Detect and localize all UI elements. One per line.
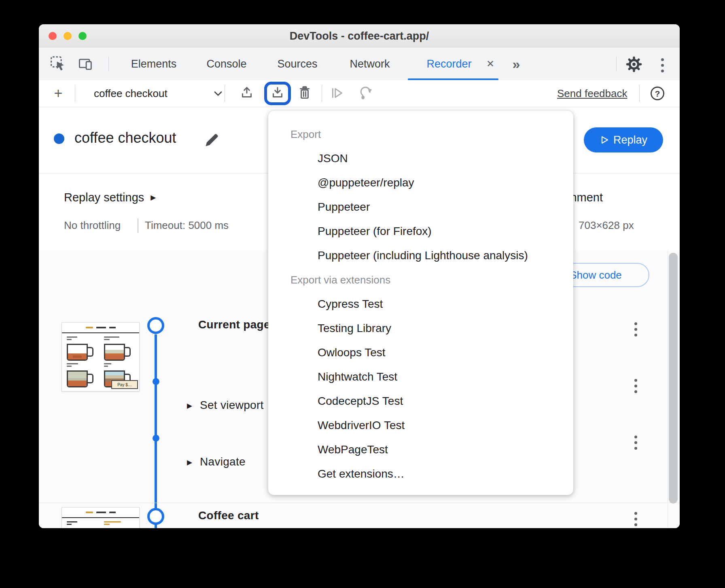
export-menu-section-header: Export via extensions — [268, 268, 573, 292]
delete-recording-icon[interactable] — [296, 80, 314, 107]
toolbar-divider — [322, 85, 322, 102]
chevron-down-icon — [214, 91, 223, 97]
page-thumbnail — [61, 507, 140, 528]
replay-settings-label: Replay settings — [64, 191, 144, 204]
export-menu-section-header: Export — [268, 122, 573, 146]
thumbnail-coffee-cup — [67, 344, 88, 361]
recording-title: coffee checkout — [74, 129, 176, 146]
step-options-kebab-icon[interactable] — [634, 379, 637, 393]
toolbar-divider — [639, 85, 640, 102]
thumbnail-coffee-cup — [67, 370, 88, 387]
tab-recorder[interactable]: Recorder — [419, 48, 479, 80]
menu-item-get-extensions[interactable]: Get extensions… — [268, 462, 573, 486]
settings-divider — [138, 218, 138, 233]
thumbnail-nav-item — [109, 327, 116, 328]
devtools-window: DevTools - coffee-cart.app/ Elements Con… — [39, 24, 680, 528]
scrollbar-track-border — [668, 250, 668, 528]
tab-network[interactable]: Network — [346, 48, 393, 80]
menu-item-puppeteer[interactable]: Puppeteer — [268, 195, 573, 219]
thumbnail-nav-item — [96, 512, 106, 513]
step-row-set-viewport[interactable]: Set viewport — [200, 399, 264, 412]
thumbnail-pay-button: Pay $… — [111, 380, 138, 389]
thumbnail-coffee-cup — [104, 344, 125, 361]
replay-button[interactable]: Replay — [584, 127, 663, 152]
devtools-menu-kebab-icon[interactable] — [661, 58, 664, 72]
menu-item-cypress[interactable]: Cypress Test — [268, 292, 573, 316]
menu-item-webpagetest[interactable]: WebPageTest — [268, 438, 573, 462]
devtools-tabbar: Elements Console Sources Network Recorde… — [39, 48, 680, 80]
menu-item-puppeteer-lighthouse[interactable]: Puppeteer (including Lighthouse analysis… — [268, 243, 573, 268]
step-row-coffee-cart[interactable]: Coffee cart — [198, 509, 259, 522]
caret-right-icon: ▶ — [151, 193, 156, 202]
export-recording-icon[interactable] — [269, 80, 286, 107]
edit-title-pencil-icon[interactable] — [204, 132, 220, 148]
recorder-toolbar: + coffee checkout — [39, 80, 680, 107]
tab-console[interactable]: Console — [204, 48, 249, 80]
toolbar-divider — [75, 85, 75, 102]
thumbnail-cup-handle — [87, 347, 93, 357]
thumbnail-cup-handle — [124, 347, 131, 357]
timeline-group-node[interactable] — [147, 508, 164, 525]
add-recording-button[interactable]: + — [49, 80, 67, 107]
menu-item-webdriverio[interactable]: WebdriverIO Test — [268, 413, 573, 438]
timeline-step-node[interactable] — [153, 378, 159, 385]
viewport-size-value: 703×628 px — [579, 219, 634, 232]
step-row-current-page[interactable]: Current page — [198, 318, 270, 331]
menu-item-nightwatch[interactable]: Nightwatch Test — [268, 365, 573, 389]
export-menu: Export JSON @puppeteer/replay Puppeteer … — [268, 111, 573, 495]
step-options-kebab-icon[interactable] — [634, 322, 637, 336]
step-options-kebab-icon[interactable] — [634, 436, 637, 450]
thumbnail-label — [67, 363, 79, 368]
window-title: DevTools - coffee-cart.app/ — [39, 30, 680, 42]
menu-item-puppeteer-replay[interactable]: @puppeteer/replay — [268, 171, 573, 195]
replay-settings-toggle[interactable]: Replay settings ▶ — [64, 191, 156, 204]
more-tabs-icon[interactable]: » — [505, 48, 528, 80]
tab-elements[interactable]: Elements — [127, 48, 180, 80]
titlebar: DevTools - coffee-cart.app/ — [39, 24, 680, 48]
thumbnail-cup-handle — [87, 374, 93, 383]
resume-replay-icon[interactable] — [357, 80, 375, 107]
thumbnail-label — [104, 363, 116, 368]
settings-gear-icon[interactable] — [625, 56, 642, 73]
help-icon[interactable]: ? — [648, 80, 667, 107]
thumbnail-label — [104, 521, 122, 526]
scrollbar-thumb[interactable] — [669, 253, 678, 503]
step-options-kebab-icon[interactable] — [634, 512, 637, 526]
caret-right-icon[interactable]: ▶ — [187, 458, 192, 467]
menu-item-codeceptjs[interactable]: CodeceptJS Test — [268, 389, 573, 413]
replay-play-icon — [600, 135, 609, 145]
recording-select[interactable]: coffee checkout — [79, 80, 233, 107]
close-recorder-tab-icon[interactable]: ✕ — [482, 48, 498, 80]
toolbar-divider — [108, 57, 109, 71]
thumbnail-nav-item — [109, 512, 116, 513]
thumbnail-navbar — [62, 508, 139, 518]
step-row-navigate[interactable]: Navigate — [200, 455, 246, 468]
thumbnail-navbar — [62, 323, 139, 333]
tab-sources[interactable]: Sources — [274, 48, 320, 80]
timeline-group-node[interactable] — [147, 317, 164, 334]
svg-text:?: ? — [655, 89, 660, 98]
replay-step-icon[interactable] — [328, 80, 346, 107]
group-divider — [39, 503, 680, 503]
toolbar-divider — [616, 57, 617, 71]
thumbnail-label — [104, 336, 120, 341]
timeout-value: Timeout: 5000 ms — [145, 219, 229, 232]
recording-select-value: coffee checkout — [94, 87, 167, 100]
replay-button-label: Replay — [613, 134, 647, 146]
thumbnail-label — [67, 521, 79, 526]
page-thumbnail: Pay $… — [61, 322, 140, 391]
inspect-element-icon[interactable] — [49, 55, 66, 72]
caret-right-icon[interactable]: ▶ — [187, 402, 192, 410]
toggle-device-toolbar-icon[interactable] — [78, 56, 94, 72]
menu-item-owloops[interactable]: Owloops Test — [268, 341, 573, 365]
send-feedback-link[interactable]: Send feedback — [557, 80, 627, 107]
thumbnail-nav-item — [86, 512, 93, 513]
menu-item-testing-library[interactable]: Testing Library — [268, 316, 573, 341]
menu-item-puppeteer-firefox[interactable]: Puppeteer (for Firefox) — [268, 219, 573, 243]
recording-status-dot — [54, 133, 64, 144]
timeline-step-node[interactable] — [153, 435, 159, 442]
timeline-line — [155, 334, 157, 528]
import-recording-icon[interactable] — [238, 80, 256, 107]
menu-item-json[interactable]: JSON — [268, 146, 573, 171]
toolbar-divider — [225, 85, 225, 102]
